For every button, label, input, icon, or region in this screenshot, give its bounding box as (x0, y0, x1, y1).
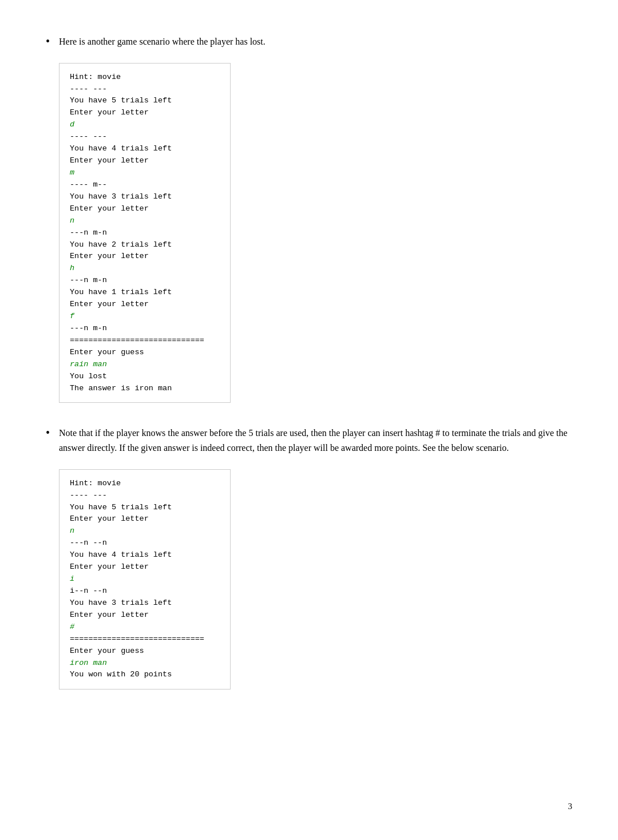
bullet-dot-2: • (46, 426, 50, 439)
code-line: ---n m-n You have 2 trials left Enter yo… (70, 228, 172, 261)
code-line-2b: ---n --n You have 4 trials left Enter yo… (70, 538, 172, 571)
code-line-2: Hint: movie ---- --- You have 5 trials l… (70, 479, 172, 524)
code-input-n1: n (70, 216, 74, 225)
code-line: You lost The answer is iron man (70, 372, 172, 393)
code-input-d: d (70, 120, 74, 129)
code-line: ---- --- You have 4 trials left Enter yo… (70, 132, 172, 165)
code-line: ---n m-n You have 1 trials left Enter yo… (70, 276, 172, 308)
code-guess-rainman: rain man (70, 360, 107, 369)
bullet-section-1: • Here is another game scenario where th… (46, 34, 572, 403)
page-content: • Here is another game scenario where th… (46, 34, 572, 690)
code-guess-ironman: iron man (70, 659, 107, 667)
bullet-section-2: • Note that if the player knows the answ… (46, 426, 572, 690)
bullet-text-2: Note that if the player knows the answer… (59, 426, 572, 690)
section1-description: Here is another game scenario where the … (59, 34, 572, 49)
code-line: ---n m-n ============================= E… (70, 324, 204, 356)
bullet-text-1: Here is another game scenario where the … (59, 34, 572, 403)
section2-description: Note that if the player knows the answer… (59, 426, 572, 455)
code-input-m: m (70, 168, 74, 177)
bullet-dot-1: • (46, 35, 50, 48)
code-input-f: f (70, 312, 74, 320)
code-line: ---- m-- You have 3 trials left Enter yo… (70, 180, 172, 213)
code-input-hash: # (70, 623, 74, 631)
code-line: Hint: movie ---- --- You have 5 trials l… (70, 73, 172, 117)
code-input-n2: n (70, 526, 74, 535)
code-line-2c: i--n --n You have 3 trials left Enter yo… (70, 587, 172, 619)
page-number: 3 (568, 802, 573, 811)
code-line-2d: ============================= Enter your… (70, 635, 204, 655)
code-block-1: Hint: movie ---- --- You have 5 trials l… (59, 63, 231, 403)
code-input-h: h (70, 264, 74, 272)
code-input-i: i (70, 574, 74, 583)
code-block-2: Hint: movie ---- --- You have 5 trials l… (59, 469, 231, 690)
code-line-2e: You won with 20 points (70, 670, 172, 679)
